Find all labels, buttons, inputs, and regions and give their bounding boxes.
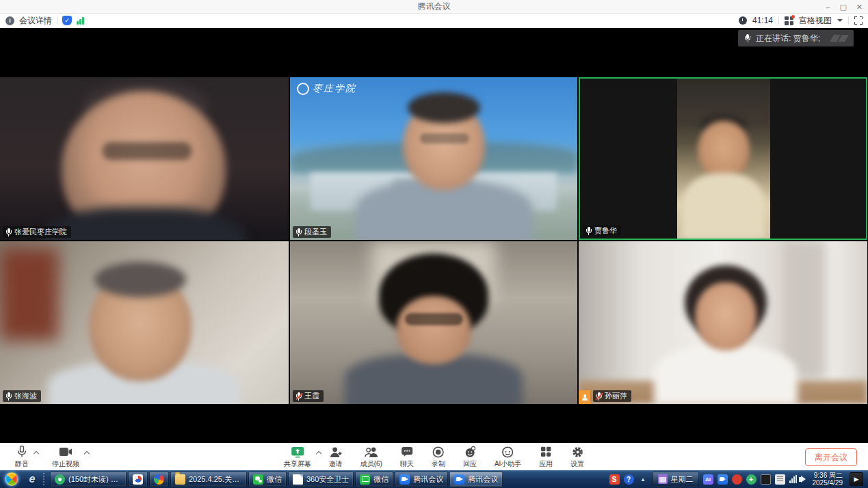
tencent-meeting-icon — [399, 474, 410, 485]
video-grid: 张爱民枣庄学院 枣庄学院 段圣玉 — [0, 77, 867, 404]
ai-assistant-button[interactable]: AI小助手 — [495, 444, 521, 471]
show-desktop-button[interactable]: ▶ — [850, 472, 863, 486]
taskbar-button-pinwheel-app[interactable] — [149, 472, 169, 487]
taskbar-button-tencent-meeting[interactable]: 腾讯会议 — [395, 472, 448, 487]
video-tile-jialuhua-active-speaker[interactable]: 贾鲁华 — [579, 77, 867, 240]
taskbar-button-tencent-meeting-active[interactable]: 腾讯会议 — [449, 472, 503, 487]
green-plus-tray-icon[interactable]: + — [746, 474, 757, 485]
grid-view-icon[interactable] — [785, 16, 793, 25]
record-icon — [432, 446, 444, 458]
invite-button[interactable]: 邀请 — [329, 444, 343, 471]
ai-tray-icon[interactable]: AI — [703, 474, 713, 485]
members-button[interactable]: 成员(6) — [360, 444, 382, 471]
chat-button[interactable]: 聊天 — [400, 444, 414, 471]
invite-label: 邀请 — [329, 459, 343, 469]
divider — [57, 16, 57, 25]
video-tile-zhangaimin[interactable]: 张爱民枣庄学院 — [0, 77, 289, 240]
share-screen-icon — [291, 446, 304, 458]
participant-name: 张爱民枣庄学院 — [14, 226, 67, 238]
participant-name: 孙丽萍 — [605, 390, 627, 402]
display-tray-icon[interactable] — [761, 474, 771, 485]
apps-button[interactable]: 应用 — [539, 444, 553, 471]
reactions-button[interactable]: 回应 — [463, 444, 477, 471]
sogou-icon[interactable]: S — [609, 474, 620, 485]
close-button[interactable]: ✕ — [856, 0, 863, 14]
mic-muted-icon — [596, 392, 602, 401]
info-icon[interactable]: i — [5, 16, 14, 25]
video-tile-sunliping[interactable]: 孙丽萍 — [579, 241, 867, 404]
start-button[interactable] — [0, 470, 23, 488]
meeting-timer: 41:14 — [752, 16, 773, 25]
chevron-down-icon[interactable] — [837, 19, 843, 22]
host-badge-icon — [579, 390, 590, 404]
video-tile-duanshengyu[interactable]: 枣庄学院 段圣玉 — [290, 77, 577, 240]
meeting-details-link[interactable]: 会议详情 — [19, 15, 52, 27]
view-mode-label[interactable]: 宫格视图 — [799, 15, 832, 27]
tray-expand-icon[interactable]: ▴ — [638, 474, 648, 485]
settings-button[interactable]: 设置 — [570, 444, 584, 471]
calendar-button[interactable]: 星期二 — [653, 472, 699, 487]
tencent-meeting-icon — [454, 474, 464, 485]
taskbar-clock[interactable]: 9:36 周二 2025/4/29 — [810, 472, 846, 487]
mute-button[interactable]: 静音 — [15, 444, 29, 471]
gear-icon — [572, 446, 583, 458]
taskbar-button-netease-mail[interactable]: (150封未读) 网易... — [50, 472, 127, 487]
participant-name-tag: 孙丽萍 — [593, 390, 631, 402]
taskbar-button-folder[interactable]: 2025.4.25.关于做... — [170, 472, 247, 487]
baidu-netdisk-icon — [133, 474, 143, 485]
participant-name-tag: 张海波 — [3, 390, 41, 402]
participant-name: 段圣玉 — [304, 226, 327, 238]
divider — [778, 16, 779, 25]
internet-explorer-icon[interactable]: e — [23, 471, 41, 487]
share-screen-label: 共享屏幕 — [284, 459, 311, 469]
wechat-video-icon — [360, 474, 370, 485]
taskbar-button-360[interactable]: 360安全卫士 — [288, 472, 354, 487]
timer-clock-icon — [739, 16, 747, 25]
help-icon[interactable]: ? — [624, 474, 634, 485]
chevron-up-icon[interactable] — [34, 451, 39, 457]
ai-assistant-label: AI小助手 — [495, 459, 521, 469]
members-label: 成员(6) — [360, 459, 382, 469]
taskbar-button-wechat-2[interactable]: 微信 — [355, 472, 393, 487]
tencent-meeting-tray-icon[interactable] — [718, 474, 728, 485]
taskbar-button-baidu-netdisk[interactable] — [128, 472, 148, 487]
participant-name: 贾鲁华 — [594, 225, 617, 236]
clipboard-tray-icon[interactable] — [775, 474, 785, 485]
participant-name-tag: 段圣玉 — [293, 226, 331, 238]
maximize-button[interactable]: ▢ — [839, 0, 846, 14]
stop-video-button[interactable]: 停止视频 — [52, 444, 79, 471]
leave-meeting-button[interactable]: 离开会议 — [805, 448, 857, 466]
mic-icon — [295, 228, 302, 236]
chevron-up-icon[interactable] — [84, 451, 90, 457]
video-tile-zhanghaibo[interactable]: 张海波 — [0, 241, 289, 404]
meeting-info-bar: i 会议详情 ✓ 41:14 宫格视图 — [0, 14, 868, 28]
reaction-smiley-icon — [464, 446, 475, 458]
speaking-text: 正在讲话: 贾鲁华; — [756, 33, 820, 44]
video-tile-wangxia[interactable]: 王霞 — [290, 241, 577, 404]
network-signal-icon[interactable] — [77, 16, 84, 25]
ai-assistant-icon — [502, 446, 514, 458]
network-tray-icon[interactable] — [789, 475, 797, 483]
meeting-toolbar: 静音 停止视频 共享屏幕 — [0, 443, 868, 470]
volume-tray-icon[interactable] — [801, 476, 806, 483]
taskbar-separator — [43, 473, 47, 485]
mic-icon — [745, 34, 751, 42]
chevron-up-icon[interactable] — [315, 451, 321, 457]
university-seal-icon — [297, 83, 309, 95]
university-logo-text: 枣庄学院 — [313, 83, 356, 95]
minimize-button[interactable]: – — [826, 0, 830, 14]
taskbar-button-wechat[interactable]: 微信 — [248, 472, 287, 487]
shield-check-icon[interactable]: ✓ — [62, 16, 72, 25]
wechat-icon — [253, 474, 263, 485]
red-tray-icon[interactable] — [732, 474, 742, 485]
fullscreen-icon[interactable] — [854, 16, 863, 25]
share-screen-button[interactable]: 共享屏幕 — [284, 444, 311, 471]
record-button[interactable]: 录制 — [432, 444, 445, 471]
audio-wave-icon — [832, 35, 847, 42]
speaking-banner: 正在讲话: 贾鲁华; — [738, 30, 854, 46]
divider — [848, 16, 849, 25]
video-stage: 正在讲话: 贾鲁华; 张爱民枣庄学院 枣庄学院 — [0, 28, 868, 443]
microphone-icon — [17, 446, 27, 458]
pinwheel-app-icon — [154, 474, 164, 485]
tencent-meeting-window: 腾讯会议 – ▢ ✕ i 会议详情 ✓ 41:14 宫格视图 — [0, 0, 868, 488]
